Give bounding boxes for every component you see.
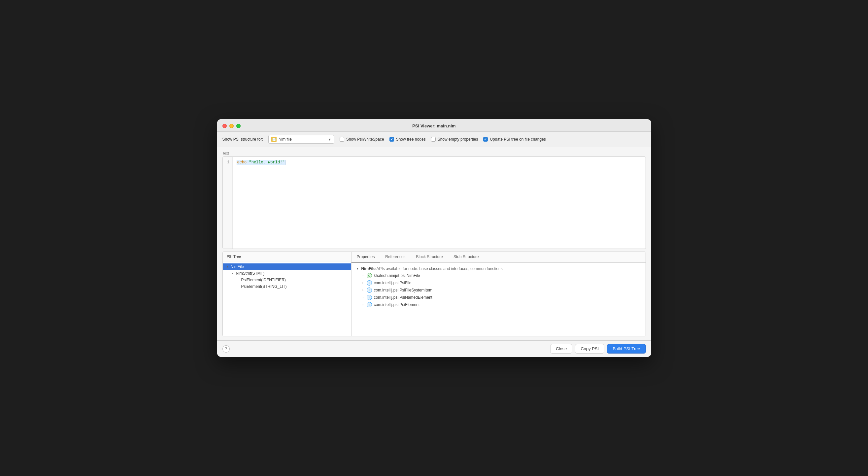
show-empty-properties-label: Show empty properties xyxy=(438,137,478,142)
main-window: PSI Viewer: main.nim Show PSI structure … xyxy=(217,119,651,357)
show-empty-properties-checkbox[interactable] xyxy=(431,137,436,142)
tree-item-nimstmt[interactable]: ▾ NimStmt(STMT) xyxy=(223,270,351,277)
show-empty-properties-group[interactable]: Show empty properties xyxy=(431,137,478,142)
show-tree-nodes-group[interactable]: Show tree nodes xyxy=(390,137,426,142)
show-tree-nodes-label: Show tree nodes xyxy=(396,137,426,142)
chevron-down-icon: ▼ xyxy=(328,138,331,141)
footer-buttons: Close Copy PSI Build PSI Tree xyxy=(550,344,646,354)
update-psi-tree-group[interactable]: Update PSI tree on file changes xyxy=(483,137,546,142)
text-section-label: Text xyxy=(222,151,646,155)
toolbar: Show PSI structure for: 📄 Nim file ▼ Sho… xyxy=(217,132,651,147)
file-select-text: Nim file xyxy=(279,137,326,142)
prop-icon-i-3: I xyxy=(367,302,372,307)
prop-text-2: com.intellij.psi.PsiFileSystemItem xyxy=(374,288,432,293)
update-psi-tree-checkbox[interactable] xyxy=(483,137,488,142)
prop-text-4: com.intellij.psi.PsiElement xyxy=(374,302,420,307)
tree-item-psi-identifier[interactable]: PsiElement(IDENTIFIER) xyxy=(223,277,351,283)
build-psi-tree-button[interactable]: Build PSI Tree xyxy=(607,344,646,354)
copy-psi-button[interactable]: Copy PSI xyxy=(575,344,604,354)
tree-arrow-nimfile: ▾ xyxy=(225,264,230,269)
prop-arrow-2: › xyxy=(361,289,365,292)
prop-arrow-0: › xyxy=(361,274,365,277)
prop-item-1[interactable]: › I com.intellij.psi.PsiFile xyxy=(351,279,646,287)
show-tree-nodes-checkbox[interactable] xyxy=(390,137,394,142)
minimize-button[interactable] xyxy=(229,124,234,128)
prop-arrow-root: ▾ xyxy=(355,267,360,270)
prop-icon-i-2: I xyxy=(367,295,372,300)
show-psiwhitespace-checkbox[interactable] xyxy=(340,137,344,142)
titlebar: PSI Viewer: main.nim xyxy=(217,119,651,132)
show-psi-label: Show PSI structure for: xyxy=(222,137,263,142)
tree-content[interactable]: ▾ NimFile ▾ NimStmt(STMT) PsiElement(IDE… xyxy=(223,262,351,336)
line-number-1: 1 xyxy=(225,159,230,166)
text-section: Text 1 echo "hello, world!" xyxy=(222,151,646,249)
prop-text-3: com.intellij.psi.PsiNamedElement xyxy=(374,295,432,300)
prop-nimfile-label: NimFile xyxy=(362,266,376,271)
tree-item-nimfile-label: NimFile xyxy=(231,264,244,269)
prop-arrow-4: › xyxy=(361,303,365,306)
tab-properties[interactable]: Properties xyxy=(351,252,380,262)
properties-content[interactable]: ▾ NimFile APIs available for node: base … xyxy=(351,263,646,336)
prop-arrow-1: › xyxy=(361,281,365,285)
close-button[interactable] xyxy=(222,124,227,128)
prop-root-nimfile[interactable]: ▾ NimFile APIs available for node: base … xyxy=(351,265,646,272)
window-title: PSI Viewer: main.nim xyxy=(412,123,456,128)
tree-item-psi-stringlit[interactable]: PsiElement(STRING_LIT) xyxy=(223,283,351,290)
tree-item-stringlit-label: PsiElement(STRING_LIT) xyxy=(241,284,287,289)
tab-references[interactable]: References xyxy=(380,252,410,262)
prop-text-1: com.intellij.psi.PsiFile xyxy=(374,280,411,285)
prop-icon-i-0: I xyxy=(367,280,372,286)
file-icon: 📄 xyxy=(271,137,277,142)
tree-item-identifier-label: PsiElement(IDENTIFIER) xyxy=(241,278,286,282)
code-keyword: echo xyxy=(237,160,247,165)
tab-stub-structure[interactable]: Stub Structure xyxy=(448,252,484,262)
code-editor[interactable]: 1 echo "hello, world!" xyxy=(222,156,646,249)
tree-arrow-identifier xyxy=(236,278,241,282)
show-psiwhitespace-group[interactable]: Show PsiWhiteSpace xyxy=(340,137,384,142)
traffic-lights xyxy=(222,124,241,128)
file-select-dropdown[interactable]: 📄 Nim file ▼ xyxy=(268,135,334,144)
footer: ? Close Copy PSI Build PSI Tree xyxy=(217,340,651,357)
tree-item-nimstmt-label: NimStmt(STMT) xyxy=(236,271,265,276)
update-psi-tree-label: Update PSI tree on file changes xyxy=(490,137,546,142)
tree-arrow-stringlit xyxy=(236,284,241,289)
code-highlight: echo "hello, world!" xyxy=(237,160,285,165)
content-area: Text 1 echo "hello, world!" xyxy=(217,147,651,340)
code-string: "hello, world!" xyxy=(249,160,285,165)
right-panel: Properties References Block Structure St… xyxy=(351,252,646,336)
prop-item-4[interactable]: › I com.intellij.psi.PsiElement xyxy=(351,301,646,308)
help-button[interactable]: ? xyxy=(222,345,230,353)
show-psiwhitespace-label: Show PsiWhiteSpace xyxy=(346,137,384,142)
prop-item-2[interactable]: › I com.intellij.psi.PsiFileSystemItem xyxy=(351,287,646,294)
prop-item-0[interactable]: › C khaledh.nimjet.psi.NimFile xyxy=(351,272,646,279)
psi-tree-panel: PSI Tree ▾ NimFile ▾ NimStmt(STMT) xyxy=(223,252,351,336)
prop-icon-c: C xyxy=(367,273,372,278)
code-line-1: echo "hello, world!" xyxy=(237,160,285,165)
psi-tree-header: PSI Tree xyxy=(223,252,351,262)
prop-text-0: khaledh.nimjet.psi.NimFile xyxy=(374,273,420,278)
tabs: Properties References Block Structure St… xyxy=(351,252,646,263)
tree-arrow-nimstmt: ▾ xyxy=(231,271,235,276)
bottom-section: PSI Tree ▾ NimFile ▾ NimStmt(STMT) xyxy=(222,251,646,336)
prop-nimfile-desc: APIs available for node: base classes an… xyxy=(376,266,503,271)
code-content[interactable]: echo "hello, world!" xyxy=(233,157,646,248)
close-button[interactable]: Close xyxy=(550,344,572,354)
maximize-button[interactable] xyxy=(236,124,241,128)
prop-icon-i-1: I xyxy=(367,288,372,293)
tab-block-structure[interactable]: Block Structure xyxy=(411,252,448,262)
prop-item-3[interactable]: › I com.intellij.psi.PsiNamedElement xyxy=(351,294,646,301)
tree-item-nimfile[interactable]: ▾ NimFile xyxy=(223,263,351,270)
line-numbers: 1 xyxy=(223,157,233,248)
prop-arrow-3: › xyxy=(361,296,365,299)
